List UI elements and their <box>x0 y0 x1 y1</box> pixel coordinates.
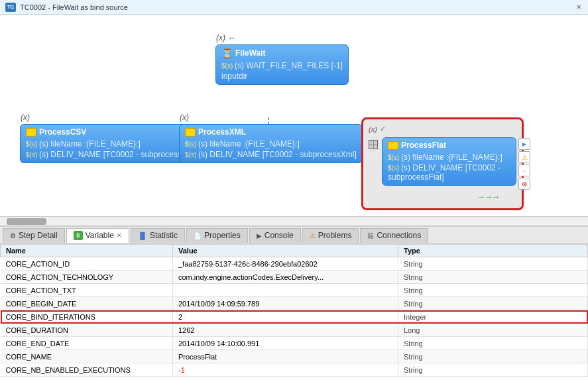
canvas-scrollbar[interactable] <box>0 216 588 225</box>
row-type: String <box>398 350 588 363</box>
tab-statistic[interactable]: ▐▌ Statistic <box>131 228 185 243</box>
row-type: String <box>398 297 588 310</box>
row-value: 2014/10/09 14:10:00.991 <box>173 337 398 350</box>
tab-variable-label: Variable <box>86 231 114 240</box>
processcsv-icon <box>26 128 36 137</box>
window-title: TC0002 - FileWait as bind source <box>20 3 571 11</box>
filewait-param2: inputdir <box>221 71 343 82</box>
processxml-icon <box>185 128 196 137</box>
variable-close[interactable]: ✕ <box>117 232 122 239</box>
processflat-inner: ProcessFlat $(s) (s) fileName :{FILE_NAM… <box>369 137 516 186</box>
filewait-node[interactable]: (x) ↔ ⏳ FileWait $(s) (s) WAIT_FILE_NB_F… <box>215 44 349 85</box>
processflat-check-icon: ✓ <box>380 125 386 133</box>
title-bar: TC TC0002 - FileWait as bind source ✕ <box>0 0 588 15</box>
processcsv-param1: $(s) (s) fileName :{FILE_NAME}:] <box>26 139 198 149</box>
processflat-stop-icon[interactable]: ⊗ <box>518 178 530 190</box>
statistic-icon: ▐▌ <box>138 232 147 239</box>
processxml-param2: $(s) (s) DELIV_NAME [TC0002 - subprocess… <box>185 149 357 160</box>
col-value: Value <box>173 245 398 257</box>
processflat-icon <box>388 141 398 150</box>
row-value: 2 <box>173 310 398 324</box>
row-value: _faa82759-5137-426c-8486-290ebfa02602 <box>173 257 398 271</box>
table-header: Name Value Type <box>1 245 588 257</box>
row-type: String <box>398 257 588 271</box>
row-name: CORE_BEGIN_DATE <box>1 297 173 310</box>
processflat-arrows: →→→ <box>477 192 499 202</box>
variable-table: Name Value Type CORE_ACTION_ID _faa82759… <box>0 244 588 377</box>
problems-icon: ⚠ <box>310 232 316 239</box>
properties-icon: 📄 <box>194 232 202 239</box>
row-value: ProcessFlat <box>173 350 398 363</box>
processcsv-node[interactable]: (x) ProcessCSV $(s) (s) fileName :{FILE_… <box>20 124 204 163</box>
table-row: CORE_ACTION_TECHNOLOGY com.indy.engine.a… <box>1 271 588 284</box>
col-name: Name <box>1 245 173 257</box>
row-value: -1 <box>173 363 398 377</box>
tab-properties[interactable]: 📄 Properties <box>186 228 248 243</box>
processxml-node[interactable]: (x) ProcessXML $(s) (s) fileName :{FILE_… <box>179 124 363 163</box>
filewait-title: ⏳ FileWait <box>221 48 343 60</box>
table-row: CORE_DURATION 1262 Long <box>1 324 588 337</box>
processxml-title: ProcessXML <box>185 127 357 139</box>
processflat-run-icon[interactable]: ▶ <box>518 138 530 150</box>
col-type: Type <box>398 245 588 257</box>
row-type: String <box>398 363 588 377</box>
table-row: CORE_NAME ProcessFlat String <box>1 350 588 363</box>
processflat-container: (x) ✓ ProcessFlat $(s) (s) fileName :{FI… <box>361 117 524 210</box>
row-name: CORE_ACTION_TXT <box>1 284 173 297</box>
table-row: CORE_ACTION_ID _faa82759-5137-426c-8486-… <box>1 257 588 271</box>
table-row-highlighted: CORE_BIND_ITERATIONS 2 Integer <box>1 310 588 324</box>
row-value: 1262 <box>173 324 398 337</box>
tab-connections[interactable]: ⛓ Connections <box>360 228 428 243</box>
row-value: com.indy.engine.actionCodes.ExecDelivery… <box>173 271 398 284</box>
processcsv-xbadge: (x) <box>21 113 30 122</box>
row-name: CORE_BIND_ITERATIONS <box>1 310 173 324</box>
row-name: CORE_NAME <box>1 350 173 363</box>
row-type: Long <box>398 324 588 337</box>
processcsv-param2: $(s) (s) DELIV_NAME [TC0002 - subprocess… <box>26 149 198 160</box>
tab-console[interactable]: ▶ Console <box>249 228 301 243</box>
canvas-area: (x) ↔ ⏳ FileWait $(s) (s) WAIT_FILE_NB_F… <box>0 15 588 227</box>
processflat-warn-icon: ⚠ <box>518 151 530 163</box>
processflat-pause-icon[interactable]: ○ <box>518 164 530 176</box>
processflat-title: ProcessFlat <box>388 141 510 152</box>
tab-step-detail-label: Step Detail <box>19 231 58 240</box>
console-icon: ▶ <box>257 232 262 239</box>
tab-properties-label: Properties <box>204 231 241 240</box>
processflat-param1: $(s) (s) fileName :{FILE_NAME}:] <box>388 152 510 162</box>
processflat-xbadge: (x) <box>369 125 377 133</box>
table-row: CORE_ACTION_TXT String <box>1 284 588 297</box>
hourglass-icon: ⏳ <box>221 48 233 58</box>
row-type: String <box>398 337 588 350</box>
step-detail-icon: ⚙ <box>10 232 16 239</box>
variable-table-container: Name Value Type CORE_ACTION_ID _faa82759… <box>0 244 588 380</box>
row-name: CORE_ACTION_TECHNOLOGY <box>1 271 173 284</box>
tab-connections-label: Connections <box>377 231 421 240</box>
tab-console-label: Console <box>265 231 294 240</box>
row-name: CORE_ACTION_ID <box>1 257 173 271</box>
connections-icon: ⛓ <box>367 232 374 239</box>
scroll-thumb[interactable] <box>7 218 46 225</box>
row-name: CORE_DURATION <box>1 324 173 337</box>
row-type: String <box>398 271 588 284</box>
tab-step-detail[interactable]: ⚙ Step Detail <box>3 228 65 243</box>
row-value: 2014/10/09 14:09:59.789 <box>173 297 398 310</box>
filewait-xbadge: (x) ↔ <box>216 33 235 42</box>
table-body: CORE_ACTION_ID _faa82759-5137-426c-8486-… <box>1 257 588 377</box>
filewait-param1: $(s) (s) WAIT_FILE_NB_FILES [-1] <box>221 60 343 71</box>
row-value <box>173 284 398 297</box>
processflat-param2: $(s) (s) DELIV_NAME [TC0002 - subprocess… <box>388 162 510 182</box>
processflat-node[interactable]: ProcessFlat $(s) (s) fileName :{FILE_NAM… <box>382 137 516 186</box>
tab-problems-label: Problems <box>318 231 352 240</box>
processxml-xbadge: (x) <box>180 113 189 122</box>
row-type: Integer <box>398 310 588 324</box>
tab-variable[interactable]: $ Variable ✕ <box>66 228 129 243</box>
close-icon[interactable]: ✕ <box>575 3 583 11</box>
variable-icon: $ <box>74 231 83 240</box>
tab-statistic-label: Statistic <box>150 231 178 240</box>
row-type: String <box>398 284 588 297</box>
processxml-param1: $(s) (s) fileName :{FILE_NAME}:] <box>185 139 357 149</box>
tab-problems[interactable]: ⚠ Problems <box>302 228 359 243</box>
table-row: CORE_BEGIN_DATE 2014/10/09 14:09:59.789 … <box>1 297 588 310</box>
processflat-header: (x) ✓ <box>369 125 516 133</box>
table-row: CORE_END_DATE 2014/10/09 14:10:00.991 St… <box>1 337 588 350</box>
